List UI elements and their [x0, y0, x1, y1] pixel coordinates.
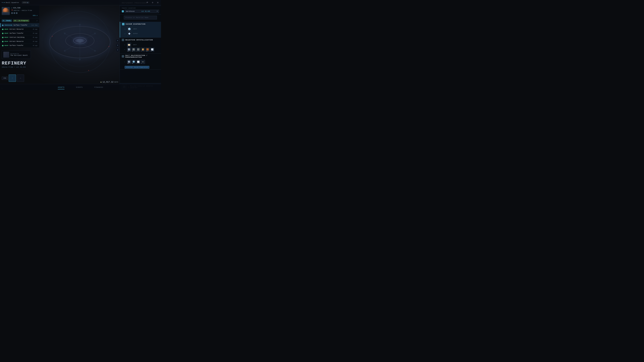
- dropdown-arrow: ▼: [157, 11, 158, 12]
- search-bar[interactable]: Process or Material Name: [124, 16, 157, 20]
- output-label: OUTPUT: [133, 33, 138, 35]
- tab-ready[interactable]: 3 Ready: [2, 20, 12, 22]
- time-display: ◈ 12,917.32 DAYS: [100, 81, 118, 83]
- bottom-tabs: ASSETS EVENTS FINANCES: [0, 84, 161, 91]
- squad-icon: ❖: [4, 2, 5, 4]
- character-avatar: [2, 7, 10, 15]
- vacuum-input-icon: 14: [127, 27, 132, 31]
- item-status: READY: [4, 37, 8, 38]
- c3-count: 3: [136, 50, 138, 52]
- tab-finances[interactable]: FINANCES: [94, 85, 103, 89]
- item-name: Surface Transfer: [14, 25, 30, 26]
- right-panel: REFINERY PROCESSES × Inputs Location ✓ W…: [120, 0, 161, 91]
- svg-point-17: [88, 70, 89, 71]
- crystal-material: [128, 33, 130, 35]
- squad-dropdown-icon[interactable]: ▼: [2, 2, 3, 4]
- ready-label: Ready: [6, 20, 11, 22]
- crew-member-1: [11, 12, 13, 14]
- list-item[interactable]: READY Extract Resource 4h ago: [0, 40, 39, 44]
- salt-mat-4: [142, 62, 144, 62]
- location-separator: >: [20, 10, 21, 11]
- expand-icon[interactable]: ↗: [36, 20, 38, 22]
- clock-icon: ◈: [100, 81, 102, 83]
- list-item[interactable]: READY Surface Transfer 4h ago: [0, 44, 39, 48]
- refinery-center-hub: [73, 37, 86, 44]
- item-time: 4h ago: [33, 37, 38, 38]
- occupant-label: Occupied by: [10, 53, 28, 55]
- item-status: READY: [4, 45, 8, 46]
- process-entry-crystallization[interactable]: ⬡ SELECTIVE CRYSTALLIZATION → 1 INPUT →: [120, 38, 161, 54]
- squad-info[interactable]: ▼ ❖ Skull Squadron: [2, 2, 19, 4]
- list-item[interactable]: PROCESSING Surface Transfer Just Now: [0, 23, 39, 27]
- settings-icon[interactable]: ⚙: [156, 1, 159, 4]
- cryst-out-3: 3: [136, 48, 140, 52]
- list-item[interactable]: READY Extract Resource 4h ago: [0, 27, 39, 31]
- topbar: ▼ ❖ Skull Squadron Idle 👁 ⚙ ⚙: [0, 0, 161, 5]
- timer-button[interactable]: 33m: [2, 77, 8, 80]
- character-location: 📍 Habitat > Adalia Prime: [11, 10, 38, 11]
- side-icon-tool[interactable]: ⚙: [116, 48, 120, 52]
- tab-events-label: EVENTS: [76, 86, 83, 88]
- cryst-input-label: INPUT: [133, 44, 137, 46]
- item-name: Surface Transfer: [10, 33, 32, 34]
- salt-icon: ⬡: [122, 55, 124, 58]
- c2-count: 40: [132, 50, 134, 52]
- si3-count: 3: [136, 63, 138, 64]
- item-status: READY: [4, 33, 8, 34]
- occupant-avatar: [3, 52, 9, 58]
- salt-input-row: → 10k 49... 3: [124, 60, 159, 64]
- cryst-out-1: 16k: [127, 48, 131, 52]
- search-placeholder: Process or Material Name: [126, 17, 148, 19]
- vacuum-io-section: → 14 INPUT → 1: [120, 27, 161, 38]
- list-item[interactable]: READY Contruct Building 4h ago: [0, 36, 39, 40]
- warehouse-label: Warehouse: [126, 11, 134, 12]
- warehouse-checkbox[interactable]: ✓: [122, 10, 124, 12]
- tab-events[interactable]: EVENTS: [76, 85, 83, 89]
- process-entry-salt[interactable]: ⬡ SALT SULFIDIZATION / PHOSPHORIZATION →…: [120, 54, 161, 70]
- side-icons: ⊕ ⚙ ⚙: [116, 39, 120, 52]
- list-item[interactable]: READY Surface Transfer 4h ago: [0, 31, 39, 36]
- gear-icon[interactable]: ⚙: [151, 1, 154, 4]
- side-icon-gear[interactable]: ⚙: [116, 43, 120, 47]
- status-dot: [2, 33, 3, 34]
- credit-icon: ⬡: [11, 7, 12, 9]
- time-unit: DAYS: [114, 81, 118, 83]
- crystallization-name: SELECTIVE CRYSTALLIZATION: [125, 39, 153, 41]
- location-pin-icon: 📍: [11, 10, 13, 11]
- lot-label: Lot 32,435: [141, 11, 150, 12]
- crystallization-header: ⬡ SELECTIVE CRYSTALLIZATION: [120, 38, 161, 42]
- crew-member-2: [14, 12, 15, 14]
- status-dot: [2, 25, 3, 26]
- tab-in-progress[interactable]: 14 In Progress: [13, 20, 29, 22]
- action-button-2[interactable]: →: [17, 75, 24, 82]
- vacuum-output-row: → 1 OUTPUT: [124, 32, 159, 36]
- eye-icon[interactable]: 👁: [146, 1, 149, 4]
- action-1-icon: ↑: [12, 77, 13, 79]
- occupant-section: Occupied by The Dirtiest Bunch REFINERY …: [2, 50, 31, 68]
- inputs-location-section: Inputs Location ✓ Warehouse Lot 32,435 ▼: [120, 6, 161, 15]
- c5-count: 320: [146, 50, 148, 52]
- location-select-row: ✓ Warehouse Lot 32,435 ▼: [122, 10, 159, 13]
- cryst-out-5: 320: [146, 48, 150, 52]
- character-crew: [11, 12, 38, 14]
- crystallization-icon: ⬡: [122, 39, 124, 41]
- si4-count: 3: [141, 63, 142, 64]
- action-button-1[interactable]: ↑: [9, 75, 16, 82]
- inprogress-label: In Progress: [18, 20, 28, 22]
- mat-4: [142, 49, 144, 51]
- input-label: INPUT: [133, 28, 137, 30]
- cryst-out-2: 40: [132, 48, 136, 52]
- refinery-3d-view: [29, 3, 131, 83]
- salt-header: ⬡ SALT SULFIDIZATION / PHOSPHORIZATION: [120, 54, 161, 59]
- process-entry-vacuum[interactable]: ⬡ VACUUM EVAPORATION → 14 INPUT →: [120, 22, 161, 38]
- progress-icon: ↺: [36, 15, 38, 17]
- search-section: Process or Material Name: [120, 15, 161, 22]
- warehouse-select[interactable]: Warehouse Lot 32,435 ▼: [125, 10, 159, 13]
- character-credits: ⬡ 434,598: [11, 7, 38, 9]
- cryst-input-arrow: →: [124, 44, 126, 46]
- cryst-output-row: → 16k 40 3: [124, 48, 159, 52]
- side-icon-eye[interactable]: ⊕: [116, 39, 120, 43]
- tab-assets[interactable]: ASSETS: [58, 85, 64, 89]
- svg-point-10: [79, 59, 80, 60]
- building-name: REFINERY: [2, 61, 31, 66]
